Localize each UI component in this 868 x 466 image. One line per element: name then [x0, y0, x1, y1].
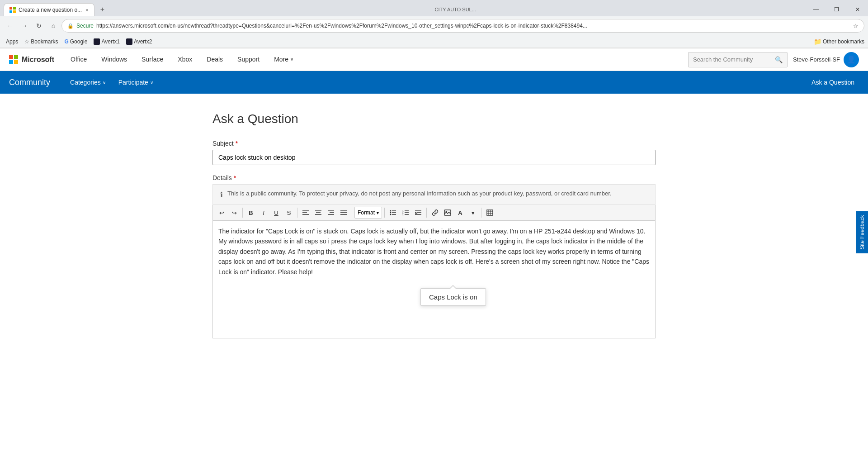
search-box[interactable]: 🔍	[688, 52, 788, 67]
user-avatar[interactable]: 👤	[844, 52, 859, 67]
google-favicon: G	[64, 38, 68, 45]
maximize-button[interactable]: ❐	[826, 3, 847, 16]
toolbar-separator-6	[481, 208, 481, 218]
site-feedback-label: Site Feedback	[859, 215, 865, 250]
nav-xbox[interactable]: Xbox	[170, 48, 199, 71]
italic-button[interactable]: I	[258, 207, 269, 219]
privacy-notice: ℹ This is a public community. To protect…	[212, 184, 656, 205]
ms-main-nav: Office Windows Surface Xbox Deals Suppor…	[63, 48, 688, 71]
svg-text:3.: 3.	[402, 214, 404, 215]
align-right-button[interactable]	[325, 207, 337, 219]
browser-tabs: Create a new question o... × + CITY AUTO…	[0, 0, 868, 16]
ordered-list-button[interactable]: 1.2.3.	[400, 207, 411, 219]
site-feedback-button[interactable]: Site Feedback	[856, 211, 868, 253]
underline-button[interactable]: U	[270, 207, 282, 219]
format-dropdown-arrow-icon: ▾	[377, 210, 379, 215]
undo-button[interactable]: ↩	[216, 207, 227, 219]
browser-chrome: Create a new question o... × + CITY AUTO…	[0, 0, 868, 48]
more-arrow-icon: ∨	[290, 57, 293, 62]
refresh-button[interactable]: ↻	[33, 19, 45, 32]
svg-rect-1	[13, 7, 16, 10]
minimize-button[interactable]: —	[806, 3, 826, 16]
back-button[interactable]: ←	[4, 19, 16, 32]
logo-sq-yellow	[14, 60, 18, 64]
format-label: Format	[358, 209, 375, 216]
bookmark-star-icon2: ☆	[24, 38, 29, 45]
ask-question-button[interactable]: Ask a Question	[807, 71, 859, 94]
nav-office[interactable]: Office	[63, 48, 94, 71]
logo-sq-red	[9, 55, 13, 59]
url-text: https://answers.microsoft.com/en-us/newt…	[96, 23, 850, 29]
nav-windows[interactable]: Windows	[94, 48, 134, 71]
home-button[interactable]: ⌂	[47, 19, 60, 32]
align-center-button[interactable]	[312, 207, 324, 219]
bookmark-google[interactable]: G Google	[62, 38, 90, 46]
tab-close-button[interactable]: ×	[85, 7, 88, 13]
more-options-button[interactable]: ▾	[467, 207, 479, 219]
unordered-list-button[interactable]	[387, 207, 399, 219]
close-button[interactable]: ✕	[847, 3, 868, 16]
window-controls: — ❐ ✕	[806, 3, 868, 16]
bold-button[interactable]: B	[245, 207, 257, 219]
redo-button[interactable]: ↪	[228, 207, 240, 219]
ms-logo[interactable]: Microsoft	[9, 55, 54, 64]
details-required-marker: *	[234, 174, 236, 181]
categories-arrow-icon: ∨	[103, 80, 106, 85]
bookmarks-label: Bookmarks	[31, 38, 58, 45]
site-feedback-container: Site Feedback	[856, 211, 868, 255]
participate-label: Participate	[118, 79, 148, 86]
tooltip-arrow	[449, 285, 457, 289]
bookmark-star-icon[interactable]: ☆	[853, 23, 859, 29]
font-color-button[interactable]: A	[454, 207, 466, 219]
bookmark-avertx2[interactable]: Avertx2	[124, 38, 154, 46]
indent-button[interactable]	[412, 207, 424, 219]
editor-body[interactable]: The indicator for "Caps Lock is on" is s…	[212, 221, 656, 338]
ms-logo-text: Microsoft	[22, 56, 54, 64]
nav-support[interactable]: Support	[230, 48, 267, 71]
subject-section: Subject *	[212, 140, 656, 165]
other-bookmarks-label: Other bookmarks	[823, 38, 864, 45]
search-input[interactable]	[693, 56, 772, 63]
editor-content: The indicator for "Caps Lock is on" is s…	[218, 228, 649, 276]
subject-label: Subject *	[212, 140, 656, 147]
active-tab[interactable]: Create a new question o... ×	[4, 3, 94, 16]
ms-logo-grid	[9, 55, 18, 64]
table-button[interactable]	[484, 207, 495, 219]
more-dropdown-icon: ▾	[472, 209, 475, 216]
forward-button[interactable]: →	[18, 19, 31, 32]
categories-nav[interactable]: Categories ∨	[64, 71, 112, 94]
logo-sq-green	[14, 55, 18, 59]
address-bar[interactable]: 🔒 Secure https://answers.microsoft.com/e…	[61, 19, 864, 33]
title-bar-text: CITY AUTO SUL...	[435, 7, 476, 12]
other-bookmarks[interactable]: 📁 Other bookmarks	[814, 38, 864, 45]
tab-favicon	[9, 7, 16, 13]
secure-label: Secure	[76, 23, 94, 29]
strikethrough-label: S	[287, 209, 291, 216]
avertx2-label: Avertx2	[134, 38, 152, 45]
image-button[interactable]	[442, 207, 453, 219]
link-button[interactable]	[429, 207, 441, 219]
nav-more[interactable]: More ∨	[267, 48, 301, 71]
tab-title: Create a new question o...	[19, 7, 82, 13]
align-left-button[interactable]	[300, 207, 311, 219]
nav-deals[interactable]: Deals	[199, 48, 230, 71]
strikethrough-button[interactable]: S	[283, 207, 295, 219]
community-bar: Community Categories ∨ Participate ∨ Ask…	[0, 71, 868, 94]
user-profile[interactable]: Steve-Forssell-SF 👤	[793, 52, 859, 67]
align-justify-button[interactable]	[338, 207, 349, 219]
categories-label: Categories	[70, 79, 101, 86]
toolbar-separator-4	[384, 208, 385, 218]
participate-nav[interactable]: Participate ∨	[112, 71, 160, 94]
ms-site-header: Microsoft Office Windows Surface Xbox De…	[0, 48, 868, 71]
avertx1-label: Avertx1	[101, 38, 119, 45]
bookmark-apps[interactable]: Apps	[4, 38, 20, 46]
new-tab-button[interactable]: +	[96, 3, 109, 16]
nav-surface[interactable]: Surface	[134, 48, 170, 71]
format-dropdown[interactable]: Format ▾	[354, 207, 382, 219]
bookmark-bookmarks[interactable]: ☆ Bookmarks	[22, 38, 60, 46]
bookmark-avertx1[interactable]: Avertx1	[91, 38, 122, 46]
page-title: Ask a Question	[212, 112, 656, 126]
svg-rect-2	[9, 10, 12, 13]
svg-rect-3	[13, 10, 16, 13]
subject-input[interactable]	[212, 150, 656, 165]
